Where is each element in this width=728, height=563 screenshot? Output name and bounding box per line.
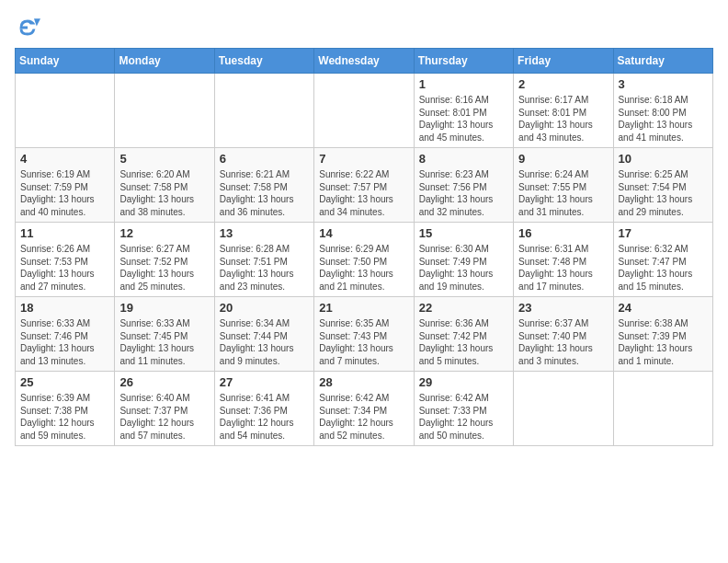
day-info: Sunrise: 6:29 AM Sunset: 7:50 PM Dayligh… bbox=[319, 243, 408, 293]
cell-content: 23Sunrise: 6:37 AM Sunset: 7:40 PM Dayli… bbox=[518, 301, 608, 367]
cell-content: 14Sunrise: 6:29 AM Sunset: 7:50 PM Dayli… bbox=[319, 226, 408, 293]
cell-content: 12Sunrise: 6:27 AM Sunset: 7:52 PM Dayli… bbox=[119, 226, 209, 293]
day-number: 13 bbox=[220, 226, 309, 240]
day-number: 1 bbox=[419, 77, 508, 91]
day-number: 10 bbox=[619, 152, 708, 166]
calendar-cell: 14Sunrise: 6:29 AM Sunset: 7:50 PM Dayli… bbox=[314, 223, 414, 297]
column-header-wednesday: Wednesday bbox=[314, 49, 414, 74]
day-number: 3 bbox=[619, 77, 708, 91]
calendar-cell: 8Sunrise: 6:23 AM Sunset: 7:56 PM Daylig… bbox=[414, 148, 513, 223]
calendar-cell bbox=[514, 372, 613, 446]
column-header-monday: Monday bbox=[115, 49, 214, 74]
day-info: Sunrise: 6:40 AM Sunset: 7:37 PM Dayligh… bbox=[119, 392, 209, 442]
cell-content: 6Sunrise: 6:21 AM Sunset: 7:58 PM Daylig… bbox=[220, 152, 309, 218]
calendar-cell: 7Sunrise: 6:22 AM Sunset: 7:57 PM Daylig… bbox=[314, 148, 414, 223]
day-info: Sunrise: 6:39 AM Sunset: 7:38 PM Dayligh… bbox=[20, 392, 109, 442]
day-info: Sunrise: 6:28 AM Sunset: 7:51 PM Dayligh… bbox=[220, 243, 309, 293]
day-info: Sunrise: 6:25 AM Sunset: 7:54 PM Dayligh… bbox=[619, 168, 708, 218]
calendar-cell: 26Sunrise: 6:40 AM Sunset: 7:37 PM Dayli… bbox=[115, 372, 214, 446]
day-number: 25 bbox=[20, 375, 109, 389]
column-header-friday: Friday bbox=[514, 49, 613, 74]
day-info: Sunrise: 6:36 AM Sunset: 7:42 PM Dayligh… bbox=[419, 317, 508, 367]
cell-content: 20Sunrise: 6:34 AM Sunset: 7:44 PM Dayli… bbox=[220, 301, 309, 367]
calendar-cell: 5Sunrise: 6:20 AM Sunset: 7:58 PM Daylig… bbox=[115, 148, 214, 223]
day-info: Sunrise: 6:35 AM Sunset: 7:43 PM Dayligh… bbox=[319, 317, 408, 367]
day-info: Sunrise: 6:31 AM Sunset: 7:48 PM Dayligh… bbox=[518, 243, 608, 293]
day-number: 17 bbox=[619, 226, 708, 240]
cell-content: 26Sunrise: 6:40 AM Sunset: 7:37 PM Dayli… bbox=[119, 375, 209, 442]
calendar-cell: 19Sunrise: 6:33 AM Sunset: 7:45 PM Dayli… bbox=[115, 297, 214, 372]
day-info: Sunrise: 6:42 AM Sunset: 7:33 PM Dayligh… bbox=[419, 392, 508, 442]
day-info: Sunrise: 6:23 AM Sunset: 7:56 PM Dayligh… bbox=[419, 168, 508, 218]
day-info: Sunrise: 6:21 AM Sunset: 7:58 PM Dayligh… bbox=[220, 168, 309, 218]
calendar-cell: 6Sunrise: 6:21 AM Sunset: 7:58 PM Daylig… bbox=[214, 148, 313, 223]
calendar-cell: 22Sunrise: 6:36 AM Sunset: 7:42 PM Dayli… bbox=[414, 297, 513, 372]
calendar-cell: 10Sunrise: 6:25 AM Sunset: 7:54 PM Dayli… bbox=[613, 148, 712, 223]
calendar-cell: 9Sunrise: 6:24 AM Sunset: 7:55 PM Daylig… bbox=[514, 148, 613, 223]
column-header-sunday: Sunday bbox=[16, 49, 115, 74]
day-info: Sunrise: 6:27 AM Sunset: 7:52 PM Dayligh… bbox=[119, 243, 209, 293]
calendar-cell bbox=[314, 74, 414, 148]
day-number: 28 bbox=[319, 375, 408, 389]
calendar-cell: 15Sunrise: 6:30 AM Sunset: 7:49 PM Dayli… bbox=[414, 223, 513, 297]
day-number: 8 bbox=[419, 152, 508, 166]
calendar-cell bbox=[613, 372, 712, 446]
calendar-cell: 24Sunrise: 6:38 AM Sunset: 7:39 PM Dayli… bbox=[613, 297, 712, 372]
logo-icon bbox=[15, 15, 40, 40]
cell-content: 9Sunrise: 6:24 AM Sunset: 7:55 PM Daylig… bbox=[518, 152, 608, 218]
day-info: Sunrise: 6:30 AM Sunset: 7:49 PM Dayligh… bbox=[419, 243, 508, 293]
week-row-1: 1Sunrise: 6:16 AM Sunset: 8:01 PM Daylig… bbox=[16, 74, 713, 148]
calendar-cell: 1Sunrise: 6:16 AM Sunset: 8:01 PM Daylig… bbox=[414, 74, 513, 148]
day-info: Sunrise: 6:37 AM Sunset: 7:40 PM Dayligh… bbox=[518, 317, 608, 367]
day-info: Sunrise: 6:32 AM Sunset: 7:47 PM Dayligh… bbox=[619, 243, 708, 293]
calendar-cell: 27Sunrise: 6:41 AM Sunset: 7:36 PM Dayli… bbox=[214, 372, 313, 446]
day-info: Sunrise: 6:26 AM Sunset: 7:53 PM Dayligh… bbox=[20, 243, 109, 293]
column-header-thursday: Thursday bbox=[414, 49, 513, 74]
day-number: 4 bbox=[20, 152, 109, 166]
day-number: 5 bbox=[119, 152, 209, 166]
week-row-3: 11Sunrise: 6:26 AM Sunset: 7:53 PM Dayli… bbox=[16, 223, 713, 297]
cell-content: 4Sunrise: 6:19 AM Sunset: 7:59 PM Daylig… bbox=[20, 152, 109, 218]
cell-content: 24Sunrise: 6:38 AM Sunset: 7:39 PM Dayli… bbox=[619, 301, 708, 367]
cell-content: 29Sunrise: 6:42 AM Sunset: 7:33 PM Dayli… bbox=[419, 375, 508, 442]
column-header-saturday: Saturday bbox=[613, 49, 712, 74]
day-number: 21 bbox=[319, 301, 408, 315]
day-number: 6 bbox=[220, 152, 309, 166]
calendar-cell: 2Sunrise: 6:17 AM Sunset: 8:01 PM Daylig… bbox=[514, 74, 613, 148]
day-number: 26 bbox=[119, 375, 209, 389]
day-info: Sunrise: 6:42 AM Sunset: 7:34 PM Dayligh… bbox=[319, 392, 408, 442]
cell-content: 10Sunrise: 6:25 AM Sunset: 7:54 PM Dayli… bbox=[619, 152, 708, 218]
calendar-cell bbox=[16, 74, 115, 148]
calendar-cell bbox=[115, 74, 214, 148]
day-number: 11 bbox=[20, 226, 109, 240]
cell-content: 11Sunrise: 6:26 AM Sunset: 7:53 PM Dayli… bbox=[20, 226, 109, 293]
calendar-cell: 25Sunrise: 6:39 AM Sunset: 7:38 PM Dayli… bbox=[16, 372, 115, 446]
day-info: Sunrise: 6:19 AM Sunset: 7:59 PM Dayligh… bbox=[20, 168, 109, 218]
cell-content: 22Sunrise: 6:36 AM Sunset: 7:42 PM Dayli… bbox=[419, 301, 508, 367]
svg-marker-0 bbox=[34, 18, 40, 26]
day-number: 7 bbox=[319, 152, 408, 166]
day-number: 2 bbox=[518, 77, 608, 91]
cell-content: 2Sunrise: 6:17 AM Sunset: 8:01 PM Daylig… bbox=[518, 77, 608, 144]
calendar-cell: 21Sunrise: 6:35 AM Sunset: 7:43 PM Dayli… bbox=[314, 297, 414, 372]
calendar-body: 1Sunrise: 6:16 AM Sunset: 8:01 PM Daylig… bbox=[16, 74, 713, 446]
cell-content: 8Sunrise: 6:23 AM Sunset: 7:56 PM Daylig… bbox=[419, 152, 508, 218]
calendar-cell: 13Sunrise: 6:28 AM Sunset: 7:51 PM Dayli… bbox=[214, 223, 313, 297]
cell-content: 5Sunrise: 6:20 AM Sunset: 7:58 PM Daylig… bbox=[119, 152, 209, 218]
week-row-4: 18Sunrise: 6:33 AM Sunset: 7:46 PM Dayli… bbox=[16, 297, 713, 372]
logo bbox=[15, 15, 44, 40]
day-info: Sunrise: 6:34 AM Sunset: 7:44 PM Dayligh… bbox=[220, 317, 309, 367]
day-info: Sunrise: 6:33 AM Sunset: 7:46 PM Dayligh… bbox=[20, 317, 109, 367]
calendar-cell: 3Sunrise: 6:18 AM Sunset: 8:00 PM Daylig… bbox=[613, 74, 712, 148]
column-header-tuesday: Tuesday bbox=[214, 49, 313, 74]
day-info: Sunrise: 6:33 AM Sunset: 7:45 PM Dayligh… bbox=[119, 317, 209, 367]
calendar-cell: 4Sunrise: 6:19 AM Sunset: 7:59 PM Daylig… bbox=[16, 148, 115, 223]
cell-content: 19Sunrise: 6:33 AM Sunset: 7:45 PM Dayli… bbox=[119, 301, 209, 367]
calendar-cell: 29Sunrise: 6:42 AM Sunset: 7:33 PM Dayli… bbox=[414, 372, 513, 446]
cell-content: 18Sunrise: 6:33 AM Sunset: 7:46 PM Dayli… bbox=[20, 301, 109, 367]
cell-content: 27Sunrise: 6:41 AM Sunset: 7:36 PM Dayli… bbox=[220, 375, 309, 442]
day-info: Sunrise: 6:22 AM Sunset: 7:57 PM Dayligh… bbox=[319, 168, 408, 218]
cell-content: 1Sunrise: 6:16 AM Sunset: 8:01 PM Daylig… bbox=[419, 77, 508, 144]
cell-content: 13Sunrise: 6:28 AM Sunset: 7:51 PM Dayli… bbox=[220, 226, 309, 293]
page-header bbox=[15, 15, 713, 40]
